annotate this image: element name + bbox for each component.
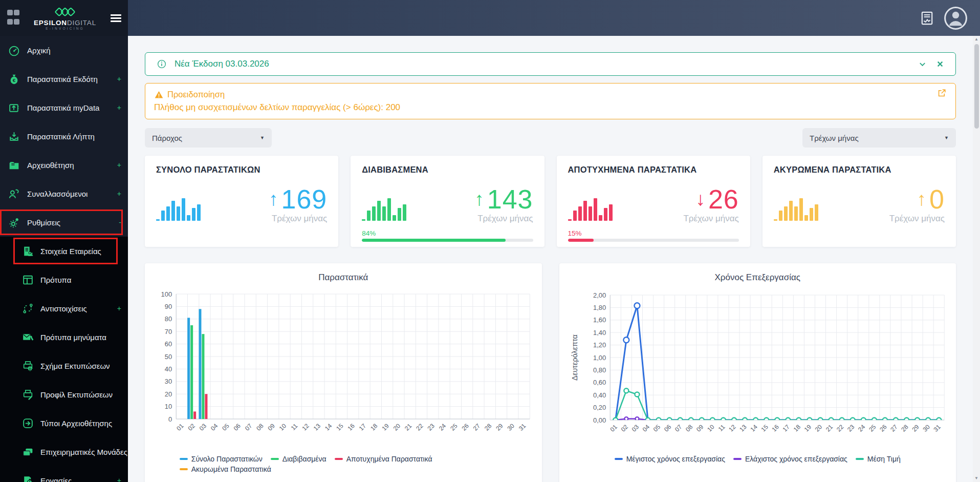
sidebar-item-3[interactable]: Παραστατικά Λήπτη: [0, 122, 128, 151]
sidebar-item-5[interactable]: Συναλλασσόμενοι+: [0, 179, 128, 208]
svg-text:12: 12: [300, 422, 311, 432]
sidebar-subitem-6[interactable]: Τύποι Αρχειοθέτησης: [0, 409, 128, 437]
svg-text:24: 24: [438, 422, 448, 432]
svg-text:0,60: 0,60: [593, 379, 605, 386]
svg-text:11: 11: [716, 423, 726, 433]
sidebar-item-1[interactable]: Παραστατικά Εκδότη+: [0, 65, 128, 93]
sidebar-item-4[interactable]: Αρχειοθέτηση+: [0, 151, 128, 179]
menu-toggle-icon[interactable]: [108, 13, 121, 24]
mappings-icon: [21, 302, 34, 315]
sidebar-item-label: Πρότυπα: [40, 276, 71, 284]
stat-cards-row: ΣΥΝΟΛΟ ΠΑΡΑΣΤΑΤΙΚΩΝ↑169Τρέχων μήναςΔΙΑΒΙ…: [145, 156, 956, 247]
warning-banner: Προειδοποίηση Πλήθος μη συσχετισμένων δε…: [145, 83, 956, 119]
brand-logo[interactable]: EPSILONDIGITAL E-INVOICING: [22, 6, 108, 31]
expand-indicator: +: [114, 75, 121, 83]
sidebar-subitem-8[interactable]: Εργασίες+: [0, 466, 128, 482]
stat-card-body: ↑169Τρέχων μήνας: [156, 187, 327, 224]
scroll-down-button[interactable]: ▼: [973, 475, 980, 482]
legend-item[interactable]: Ακυρωμένα Παραστατικά: [180, 465, 271, 473]
external-link-icon[interactable]: [937, 88, 947, 98]
sidebar-item-6[interactable]: Ρυθμίσεις-: [0, 208, 128, 237]
select-arrow-icon: ▼: [936, 135, 949, 140]
legend-item[interactable]: Μέση Τιμή: [856, 455, 901, 463]
provider-select-value: Πάροχος: [152, 134, 182, 142]
message-templates-icon: [21, 331, 34, 344]
svg-text:12: 12: [727, 423, 737, 433]
stat-card-3: ΑΚΥΡΩΜΕΝΑ ΠΑΡΑΣΤΑΤΙΚΑ↑0Τρέχων μήνας: [763, 156, 956, 247]
sidebar-item-0[interactable]: Αρχική: [0, 36, 128, 65]
close-icon[interactable]: [934, 58, 946, 70]
svg-text:18: 18: [369, 422, 379, 432]
legend-item[interactable]: Διαβιβασμένα: [271, 455, 326, 463]
warning-triangle-icon: [154, 90, 164, 99]
logo-mark-icon: [49, 6, 81, 18]
scrollbar-thumb[interactable]: [974, 44, 979, 129]
scrollbar[interactable]: ▲ ▼: [973, 36, 980, 482]
expand-indicator: +: [114, 161, 121, 169]
svg-text:10: 10: [706, 423, 716, 433]
sidebar-subitem-2[interactable]: Αντιστοιχίσεις+: [0, 294, 128, 323]
sidebar-header: EPSILONDIGITAL E-INVOICING: [0, 0, 128, 36]
sidebar-subitem-4[interactable]: Σχήμα Εκτυπώσεων: [0, 351, 128, 380]
legend-item[interactable]: Μέγιστος χρόνος επεξεργασίας: [615, 455, 725, 463]
legend-label: Ελάχιστος χρόνος επεξεργασίας: [745, 455, 847, 463]
svg-text:25: 25: [449, 422, 459, 432]
chart-title: Χρόνος Επεξεργασίας: [567, 273, 949, 283]
expand-indicator: +: [114, 103, 121, 112]
svg-text:04: 04: [209, 422, 220, 432]
svg-text:0,20: 0,20: [593, 404, 605, 411]
legend-item[interactable]: Σύνολο Παραστατικών: [180, 455, 263, 463]
stat-card-title: ΑΠΟΤΥΧΗΜΕΝΑ ΠΑΡΑΣΤΑΤΙΚΑ: [568, 165, 739, 175]
user-avatar[interactable]: [944, 6, 968, 30]
svg-text:100: 100: [161, 290, 172, 298]
legend-item[interactable]: Αποτυχημένα Παραστατικά: [335, 455, 432, 463]
warning-title: Προειδοποίηση: [167, 88, 225, 101]
scroll-up-button[interactable]: ▲: [973, 36, 980, 43]
stat-value: 169: [281, 184, 327, 214]
sparkline: [156, 197, 201, 221]
app-grid-icon[interactable]: [7, 9, 22, 27]
sidebar-subitem-5[interactable]: Προφίλ Εκτυπώσεων: [0, 380, 128, 409]
svg-text:06: 06: [662, 423, 672, 433]
sidebar-subitem-7[interactable]: Επιχειρηματικές Μονάδες: [0, 437, 128, 466]
bar-chart-legend: Σύνολο ΠαραστατικώνΔιαβιβασμέναΑποτυχημέ…: [180, 455, 507, 473]
filter-row: Πάροχος ▼ Τρέχων μήνας ▼: [145, 128, 956, 148]
svg-text:30: 30: [165, 378, 172, 385]
sidebar-subitem-1[interactable]: Πρότυπα: [0, 265, 128, 294]
stat-value-block: ↑169Τρέχων μήνας: [269, 187, 327, 224]
company-details-icon: [21, 245, 34, 258]
svg-text:13: 13: [312, 422, 322, 432]
expand-indicator: +: [114, 476, 121, 482]
legend-item[interactable]: Ελάχιστος χρόνος επεξεργασίας: [733, 455, 847, 463]
sidebar-item-label: Παραστατικά Λήπτη: [27, 132, 95, 141]
sidebar-item-label: Ρυθμίσεις: [27, 218, 60, 227]
stat-caption: Τρέχων μήνας: [474, 214, 533, 224]
progress-fill: [568, 239, 594, 242]
period-select[interactable]: Τρέχων μήνας ▼: [802, 128, 956, 148]
sidebar-subitem-3[interactable]: Πρότυπα μηνύματα: [0, 323, 128, 351]
svg-text:14: 14: [749, 423, 759, 433]
svg-text:29: 29: [910, 423, 921, 433]
report-icon[interactable]: [919, 10, 935, 26]
chevron-down-icon[interactable]: [917, 58, 928, 70]
svg-text:40: 40: [165, 365, 172, 373]
sparkline: [774, 197, 818, 221]
stat-card-title: ΑΚΥΡΩΜΕΝΑ ΠΑΡΑΣΤΑΤΙΚΑ: [774, 165, 945, 175]
svg-text:15: 15: [335, 422, 345, 432]
svg-text:17: 17: [358, 422, 368, 432]
svg-text:70: 70: [165, 328, 172, 336]
svg-text:26: 26: [460, 422, 470, 432]
sidebar-item-label: Προφίλ Εκτυπώσεων: [40, 390, 113, 399]
stat-value-block: ↑143Τρέχων μήνας: [474, 187, 533, 224]
svg-text:03: 03: [198, 422, 208, 432]
svg-text:Δευτερόλεπτα: Δευτερόλεπτα: [571, 334, 579, 381]
svg-text:10: 10: [165, 403, 172, 410]
money-bag-icon: [8, 73, 20, 86]
sidebar-subitem-0[interactable]: Στοιχεία Εταιρείας: [0, 237, 128, 265]
inbox-download-icon: [8, 130, 20, 143]
provider-select[interactable]: Πάροχος ▼: [145, 128, 272, 148]
sidebar-item-2[interactable]: Παραστατικά myData+: [0, 93, 128, 122]
stat-value: 143: [487, 184, 533, 214]
expand-indicator: +: [114, 190, 121, 198]
brand-tagline: E-INVOICING: [22, 27, 108, 31]
